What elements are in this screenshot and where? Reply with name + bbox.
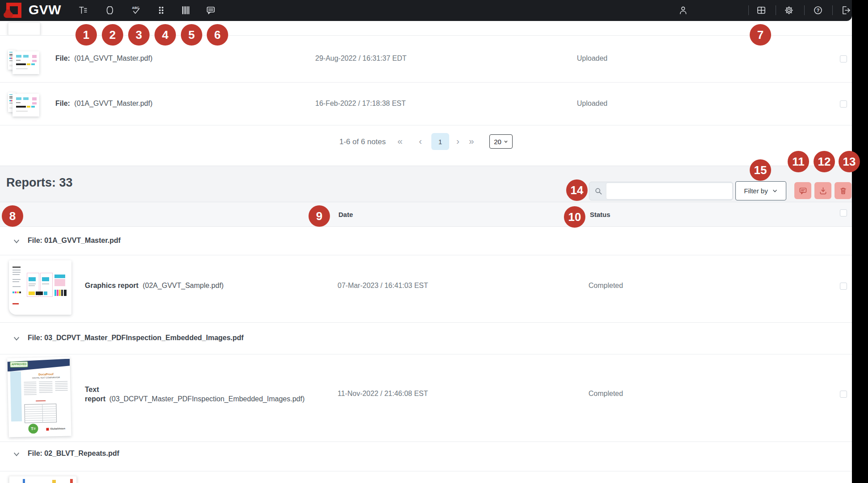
file-thumbnail-partial[interactable] (9, 476, 77, 483)
note-row: File: (01A_GVVT_Master.pdf) 16-Feb-2022 … (0, 83, 852, 125)
note-date: 16-Feb-2022 / 17:18:38 EST (315, 100, 406, 108)
chevron-down-icon[interactable] (13, 238, 21, 245)
chevron-down-icon (772, 188, 778, 194)
file-thumbnail[interactable] (8, 48, 39, 74)
filter-by-button[interactable]: Filter by (735, 181, 786, 200)
globalvision-logo[interactable] (6, 3, 21, 18)
apps-grid-icon[interactable] (756, 5, 767, 16)
annotation-badge-3: 3 (128, 24, 150, 46)
annotation-badge-4: 4 (154, 24, 176, 46)
annotation-badge-13: 13 (839, 151, 860, 172)
row-checkbox[interactable] (840, 55, 847, 62)
note-file-label[interactable]: File: (01A_GVVT_Master.pdf) (55, 54, 153, 62)
row-checkbox[interactable] (840, 100, 847, 108)
annotation-badge-8: 8 (2, 205, 23, 227)
search-icon (594, 187, 603, 196)
note-filename: (01A_GVVT_Master.pdf) (74, 100, 152, 107)
note-status: Uploaded (577, 54, 608, 62)
chevron-down-icon[interactable] (13, 335, 21, 342)
annotation-badge-15: 15 (750, 159, 771, 181)
screen: GVW ABC ? (0, 0, 868, 483)
chevron-down-icon (504, 139, 508, 144)
file-thumbnail-partial[interactable] (8, 22, 40, 35)
color-inspection-icon[interactable] (156, 5, 167, 16)
barcode-icon[interactable] (180, 5, 191, 16)
annotation-badge-1: 1 (75, 24, 97, 46)
download-report-button[interactable] (814, 182, 831, 199)
report-row: APPROVED DocuProof DIGITAL TEXT COMPARAT… (0, 354, 852, 442)
comments-icon[interactable] (205, 5, 216, 16)
group-row[interactable]: File: 03_DCPVT_Master_PDFInspection_Embe… (0, 323, 852, 354)
logo-cloud-bump-icon (5, 9, 11, 15)
top-navbar: GVW ABC ? (0, 0, 852, 21)
delete-report-button[interactable] (835, 182, 851, 199)
row-checkbox[interactable] (840, 391, 847, 398)
annotation-badge-11: 11 (788, 151, 809, 172)
download-icon (818, 186, 828, 196)
annotation-badge-2: 2 (102, 24, 123, 46)
note-file-label[interactable]: File: (01A_GVVT_Master.pdf) (55, 100, 153, 108)
note-label-prefix: File: (55, 54, 70, 62)
approved-stamp: APPROVED (10, 362, 28, 368)
reports-table-header: Date Status (0, 202, 852, 227)
annotation-badge-14: 14 (566, 179, 588, 201)
annotation-badge-9: 9 (309, 205, 330, 227)
svg-text:?: ? (817, 8, 820, 13)
group-row[interactable]: File: 02_BLVT_Repeats.pdf (0, 442, 852, 471)
help-icon[interactable]: ? (813, 5, 823, 16)
trash-icon (839, 186, 848, 196)
report-name[interactable]: Text report (03_DCPVT_Master_PDFInspecti… (85, 385, 305, 404)
user-icon[interactable] (678, 5, 689, 16)
navbar-divider (804, 5, 805, 15)
pagination-summary: 1-6 of 6 notes (339, 137, 386, 146)
group-file-label[interactable]: File: 01A_GVVT_Master.pdf (28, 237, 121, 245)
report-thumbnail[interactable] (9, 260, 71, 315)
reports-toolbar: Reports: 33 Filter by (0, 166, 852, 202)
group-row[interactable]: File: 01A_GVVT_Master.pdf (0, 227, 852, 255)
reports-title: Reports: 33 (6, 176, 73, 190)
brand-text: GVW (29, 2, 61, 17)
report-date: 07-Mar-2023 / 16:41:03 EST (338, 282, 428, 290)
last-page-button[interactable]: » (469, 136, 474, 146)
group-file-label[interactable]: File: 03_DCPVT_Master_PDFInspection_Embe… (28, 334, 244, 342)
filter-by-label: Filter by (744, 187, 768, 195)
note-date: 29-Aug-2022 / 16:31:37 EDT (315, 54, 407, 62)
annotation-badge-12: 12 (814, 151, 835, 172)
settings-gear-icon[interactable] (784, 5, 794, 16)
report-type: Graphics report (85, 282, 138, 289)
file-thumbnail[interactable] (8, 91, 39, 117)
thumb-doc-subtitle: DIGITAL TEXT COMPARATOR (24, 376, 68, 380)
thumb-brand-mark: GlobalVision (50, 427, 65, 430)
logout-icon[interactable] (841, 5, 851, 16)
report-row: Graphics report (02A_GVVT_Sample.pdf) 07… (0, 255, 852, 323)
search-input[interactable] (606, 183, 733, 200)
row-checkbox[interactable] (840, 283, 847, 290)
group-file-label[interactable]: File: 02_BLVT_Repeats.pdf (28, 450, 119, 458)
annotate-report-button[interactable] (794, 182, 811, 199)
chevron-down-icon[interactable] (13, 451, 21, 458)
current-page-button[interactable]: 1 (431, 133, 449, 150)
report-status: Completed (588, 390, 623, 398)
first-page-button[interactable]: « (397, 136, 403, 146)
page-size-select[interactable]: 20 (489, 134, 513, 149)
column-header-status: Status (590, 211, 610, 218)
thumb-logo-circle: T≡ (28, 424, 38, 433)
report-date: 11-Nov-2022 / 21:46:08 EST (338, 390, 428, 398)
report-filename: (02A_GVVT_Sample.pdf) (142, 282, 223, 289)
annotation-bubble-icon (798, 186, 808, 196)
next-page-button[interactable]: › (456, 136, 459, 146)
report-name[interactable]: Graphics report (02A_GVVT_Sample.pdf) (85, 282, 224, 290)
annotation-badge-6: 6 (207, 24, 228, 46)
text-notes-icon[interactable] (78, 5, 88, 16)
proof-compare-icon[interactable] (104, 5, 115, 16)
prev-page-button[interactable]: ‹ (419, 136, 422, 146)
app-window: GVW ABC ? (0, 0, 852, 483)
annotation-badge-5: 5 (181, 24, 202, 46)
spellcheck-icon[interactable]: ABC (130, 5, 141, 16)
report-filename: (03_DCPVT_Master_PDFInspection_Embedded_… (109, 395, 305, 403)
select-all-checkbox[interactable] (840, 209, 847, 217)
note-label-prefix: File: (55, 100, 70, 107)
notes-pagination: 1-6 of 6 notes « ‹ 1 › » 20 (0, 125, 852, 166)
report-thumbnail[interactable]: APPROVED DocuProof DIGITAL TEXT COMPARAT… (7, 357, 71, 437)
note-filename: (01A_GVVT_Master.pdf) (74, 54, 152, 62)
